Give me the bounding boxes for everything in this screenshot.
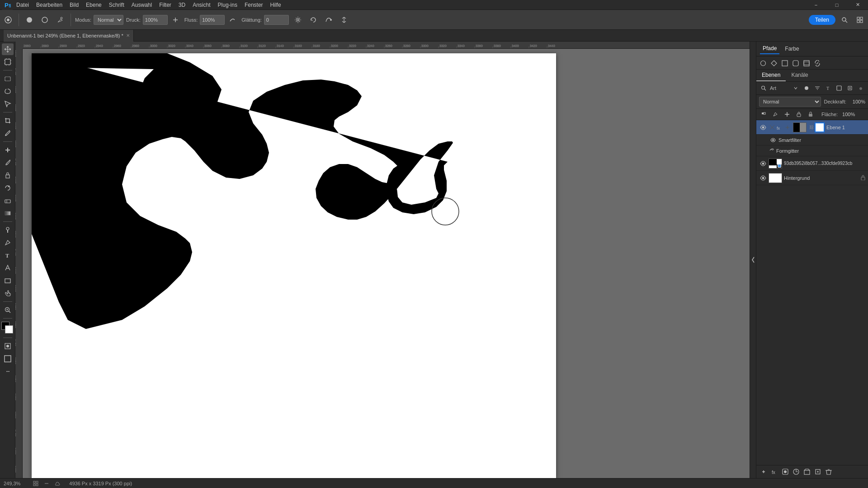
artboard-tool[interactable] (2, 56, 14, 68)
menu-bild[interactable]: Bild (66, 0, 82, 10)
type-tool[interactable]: T (2, 249, 14, 261)
status-link-icon[interactable] (42, 479, 51, 488)
layer-visibility-ebene1[interactable] (759, 123, 767, 131)
menu-datei[interactable]: Datei (13, 0, 33, 10)
add-mask-button[interactable] (781, 467, 790, 476)
pressure-icon[interactable] (322, 14, 335, 26)
filter-dropdown-icon[interactable] (791, 84, 800, 93)
maximize-button[interactable]: □ (826, 0, 847, 10)
rounded-square-icon[interactable] (792, 59, 800, 67)
kanaele-tab[interactable]: Kanäle (786, 70, 813, 81)
brush-shape-icon[interactable] (23, 14, 36, 26)
close-button[interactable]: ✕ (847, 0, 868, 10)
lock-pos-icon[interactable] (783, 110, 792, 119)
document-tab[interactable]: Unbenannt-1 bei 249% (Ebene 1, Ebenenmas… (4, 30, 134, 42)
layer-item-ebene1[interactable]: fx ⛓ Ebene 1 (756, 120, 868, 135)
panel-collapse-button[interactable] (750, 42, 756, 478)
extra-tools-icon[interactable]: ··· (2, 366, 14, 377)
diamond-icon[interactable] (770, 59, 778, 67)
marquee-tool[interactable] (2, 73, 14, 84)
menu-bearbeiten[interactable]: Bearbeiten (33, 0, 66, 10)
lock-px-icon[interactable] (759, 110, 768, 119)
blend-mode-select[interactable]: Normal (759, 97, 821, 107)
menu-auswahl[interactable]: Auswahl (128, 0, 156, 10)
lock-draw-icon[interactable] (771, 110, 780, 119)
tab-close-icon[interactable]: ✕ (126, 33, 130, 38)
menu-schrift[interactable]: Schrift (105, 0, 128, 10)
film-strip-icon[interactable] (802, 59, 811, 67)
circle-icon[interactable] (759, 59, 767, 67)
modus-select[interactable]: Normal (94, 15, 123, 25)
square-icon[interactable] (781, 59, 789, 67)
symmetry-icon[interactable] (338, 14, 350, 26)
screen-mode-icon[interactable] (2, 353, 14, 365)
brush-options-icon[interactable] (38, 14, 51, 26)
link-icon[interactable] (813, 59, 821, 67)
move-tool[interactable] (2, 43, 14, 55)
stamp-tool[interactable] (2, 169, 14, 181)
workspace-icon[interactable] (854, 14, 866, 26)
gradient-tool[interactable] (2, 207, 14, 219)
lock-all-icon[interactable] (806, 110, 815, 119)
menu-hilfe[interactable]: Hilfe (267, 0, 285, 10)
layer-item-hintergrund[interactable]: Hintergrund (756, 171, 868, 185)
color-picker[interactable] (1, 322, 14, 334)
menu-filter[interactable]: Filter (156, 0, 175, 10)
druck-input[interactable] (143, 15, 168, 25)
add-style-button[interactable]: fx (770, 467, 779, 476)
lock-artboard-icon[interactable] (794, 110, 803, 119)
search-icon[interactable] (838, 14, 851, 26)
hand-tool[interactable] (2, 287, 14, 299)
status-grid-icon[interactable] (31, 479, 40, 488)
menu-ebene[interactable]: Ebene (82, 0, 105, 10)
pfade-tab[interactable]: Pfade (760, 43, 779, 54)
new-layer-button[interactable] (813, 467, 822, 476)
share-button[interactable]: Teilen (809, 15, 835, 25)
sublayer-formgitter[interactable]: Formgitter (756, 145, 868, 156)
airbrush-icon[interactable] (54, 14, 66, 26)
zoom-tool[interactable] (2, 304, 14, 316)
eraser-tool[interactable] (2, 195, 14, 206)
glaettung-input[interactable] (264, 15, 289, 25)
layer-visibility-smartobj[interactable] (759, 160, 767, 168)
minimize-button[interactable]: − (806, 0, 826, 10)
layer-visibility-hintergrund[interactable] (759, 174, 767, 182)
layer-smart-filter-icon[interactable] (845, 84, 854, 93)
layer-color-filter-icon[interactable] (802, 84, 811, 93)
search-layers-icon[interactable] (759, 84, 768, 93)
quick-mask-icon[interactable] (2, 340, 14, 352)
layer-item-smartobj[interactable]: 93db3952i8b057...330cfde9923cb (756, 156, 868, 171)
brush-tool-icon[interactable] (2, 14, 14, 26)
ebenen-tab[interactable]: Ebenen (756, 70, 786, 81)
fluss-input[interactable] (200, 15, 225, 25)
farbe-tab[interactable]: Farbe (782, 44, 802, 54)
delete-layer-button[interactable] (824, 467, 833, 476)
canvas-viewport[interactable] (23, 49, 750, 478)
pen-tool[interactable] (2, 237, 14, 249)
druck-icon[interactable] (169, 14, 182, 26)
menu-ansicht[interactable]: Ansicht (189, 0, 214, 10)
settings-icon[interactable] (292, 14, 304, 26)
crop-tool[interactable] (2, 115, 14, 127)
eyedropper-tool[interactable] (2, 127, 14, 139)
path-select-tool[interactable] (2, 262, 14, 274)
layer-shape-filter-icon[interactable] (835, 84, 844, 93)
new-group-button[interactable] (802, 467, 811, 476)
smartfilter-visibility[interactable] (769, 136, 777, 144)
dodge-tool[interactable] (2, 224, 14, 236)
lasso-tool[interactable] (2, 85, 14, 97)
menu-fenster[interactable]: Fenster (241, 0, 267, 10)
sublayer-smartfilter[interactable]: Smartfilter (756, 135, 868, 145)
filter-toggle-icon[interactable]: ● (856, 84, 865, 93)
history-brush-tool[interactable] (2, 182, 14, 194)
fluss-icon[interactable] (226, 14, 239, 26)
menu-plugins[interactable]: Plug-ins (214, 0, 241, 10)
rotation-icon[interactable] (307, 14, 320, 26)
brush-tool-left[interactable] (2, 157, 14, 169)
healing-tool[interactable] (2, 144, 14, 156)
menu-3d[interactable]: 3D (175, 0, 189, 10)
object-select-tool[interactable] (2, 98, 14, 110)
rectangle-tool[interactable] (2, 275, 14, 286)
layer-adj-filter-icon[interactable] (813, 84, 822, 93)
status-cloud-icon[interactable] (53, 479, 62, 488)
